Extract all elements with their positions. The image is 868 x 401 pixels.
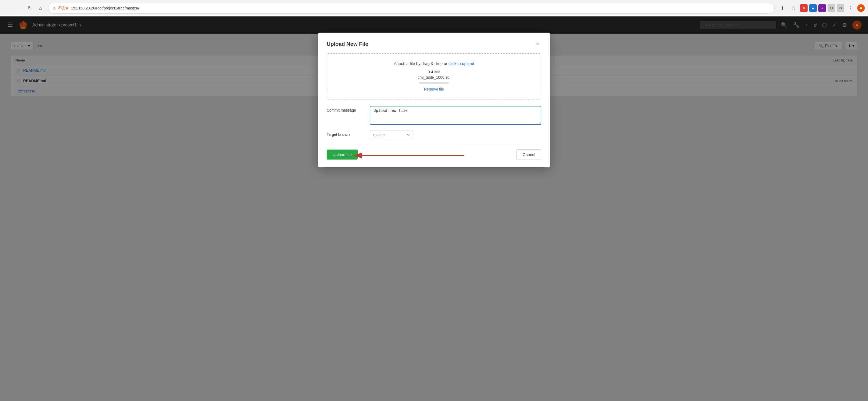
upload-modal: Upload New File × Attach a file by drag … [318,33,550,167]
file-filename: cml_table_1000.sql [418,75,451,79]
upload-button-wrapper: Upload file [327,149,358,160]
remove-file-button[interactable]: Remove file [424,87,444,91]
click-to-upload-link[interactable]: click to upload [448,61,474,66]
modal-close-button[interactable]: × [534,40,541,48]
bookmark-button[interactable]: ☆ [789,3,798,13]
home-button[interactable]: ⌂ [36,3,45,13]
drop-text-before: Attach a file by drag & drop or [394,61,448,66]
arrow-annotation [351,148,470,163]
refresh-button[interactable]: ↻ [25,3,34,13]
modal-header: Upload New File × [327,40,541,48]
modal-footer: Upload file Cancel [327,145,541,160]
browser-actions: ⬆ ☆ 8 ◆ ✦ ⬡ ⚙ ⋮ A [777,3,865,13]
url-text: 192.168.23.26/root/project1/tree/master# [71,6,770,10]
drop-text: Attach a file by drag & drop or click to… [333,61,535,66]
commit-message-input[interactable]: Upload new file [370,106,541,125]
modal-overlay: Upload New File × Attach a file by drag … [0,16,868,401]
commit-message-row: Commit message Upload new file [327,106,541,125]
file-info: 0.4 MB cml_table_1000.sql Remove file [333,70,535,91]
target-branch-label: Target branch [327,130,364,137]
file-progress-bar [419,82,449,84]
extension-gray2[interactable]: ⚙ [837,4,844,12]
user-avatar-browser[interactable]: A [857,4,865,12]
browser-nav-buttons: ← → ↻ ⌂ [3,3,45,13]
share-button[interactable]: ⬆ [777,3,787,13]
security-label: 不安全 [58,6,69,10]
extension-gray[interactable]: ⬡ [828,4,835,12]
forward-button[interactable]: → [14,3,24,13]
target-branch-select[interactable]: master [370,130,413,139]
extension-red[interactable]: 8 [800,4,808,12]
target-branch-row: Target branch master [327,130,541,139]
extension-purple[interactable]: ✦ [818,4,826,12]
cancel-button[interactable]: Cancel [516,149,541,160]
extension-blue[interactable]: ◆ [809,4,817,12]
modal-title: Upload New File [327,41,368,47]
back-button[interactable]: ← [3,3,13,13]
upload-file-button[interactable]: Upload file [327,149,358,160]
more-button[interactable]: ⋮ [846,3,856,13]
address-bar[interactable]: ⚠ 不安全 192.168.23.26/root/project1/tree/m… [48,3,775,13]
drop-zone[interactable]: Attach a file by drag & drop or click to… [327,53,541,99]
browser-chrome: ← → ↻ ⌂ ⚠ 不安全 192.168.23.26/root/project… [0,0,868,16]
app-background: ☰ Administrator / project1 ▾ 🔍 🔧 + # ⬡ ✓… [0,16,868,401]
commit-message-label: Commit message [327,106,364,112]
file-size: 0.4 MB [428,70,440,74]
security-warning-icon: ⚠ [53,6,56,10]
